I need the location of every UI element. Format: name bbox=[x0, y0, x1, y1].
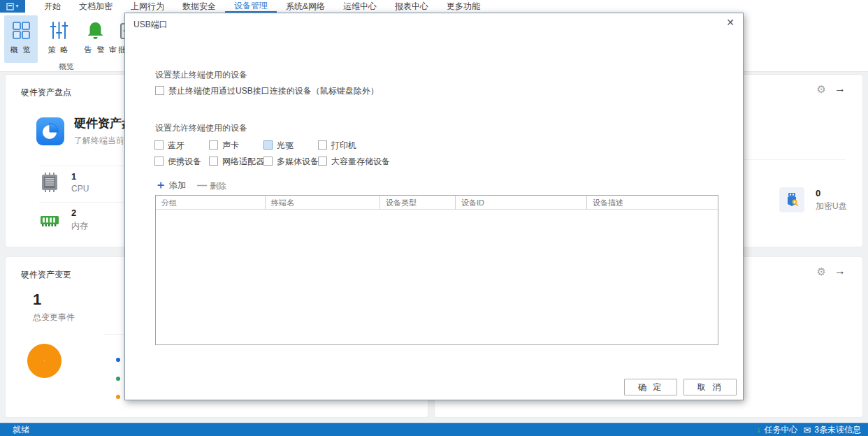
ribbon-button-policy[interactable]: 策 略 bbox=[42, 15, 75, 63]
memory-count: 2 bbox=[71, 208, 88, 218]
column-header-terminal-name: 终端名 bbox=[266, 196, 380, 209]
usb-key-icon bbox=[783, 191, 800, 208]
allow-section-label: 设置允许终端使用的设备 bbox=[155, 122, 247, 134]
chevron-down-icon: ▾ bbox=[15, 3, 18, 9]
ok-button[interactable]: 确 定 bbox=[624, 379, 677, 395]
menu-item-report-center[interactable]: 报表中心 bbox=[386, 0, 437, 13]
stat-row-encrypted-usb: 0 加密U盘 bbox=[779, 187, 847, 212]
menu-item-home[interactable]: 开始 bbox=[35, 0, 70, 13]
forbid-section-label: 设置禁止终端使用的设备 bbox=[155, 69, 247, 81]
menu-item-doc-encryption[interactable]: 文档加密 bbox=[70, 0, 122, 13]
status-ready: 就绪 bbox=[13, 424, 29, 436]
device-table-header: 分组 终端名 设备类型 设备ID 设备描述 bbox=[156, 196, 718, 210]
device-checkbox-network-adapter[interactable]: 网络适配器 bbox=[209, 156, 264, 168]
changes-donut-chart bbox=[27, 344, 62, 378]
memory-label: 内存 bbox=[71, 220, 88, 232]
cancel-button[interactable]: 取 消 bbox=[683, 379, 737, 395]
legend-dot-green bbox=[116, 377, 120, 381]
column-header-device-description: 设备描述 bbox=[587, 196, 718, 209]
envelope-icon: ✉ bbox=[803, 425, 811, 435]
device-checkbox-printer[interactable]: 打印机 bbox=[318, 140, 356, 152]
card-title: 硬件资产盘点 bbox=[21, 87, 71, 99]
encrypted-usb-count: 0 bbox=[816, 188, 847, 198]
download-arrow-icon: ↓ bbox=[756, 425, 760, 435]
device-checkbox-mass-storage[interactable]: 大容量存储设备 bbox=[318, 156, 390, 168]
menu-item-internet-behavior[interactable]: 上网行为 bbox=[122, 0, 173, 13]
stat-row-memory: 2 内存 bbox=[39, 208, 88, 232]
gear-icon[interactable]: ⚙ bbox=[817, 84, 826, 94]
forbid-usb-checkbox[interactable]: 禁止终端使用通过USB接口连接的设备（鼠标键盘除外） bbox=[155, 85, 379, 97]
delete-button[interactable]: —删除 bbox=[197, 180, 226, 192]
minus-icon: — bbox=[197, 180, 207, 191]
statusbar: 就绪 ↓ 任务中心 ✉ 3条未读信息 bbox=[0, 423, 868, 436]
cpu-icon bbox=[39, 172, 60, 193]
stat-row-cpu: 1 CPU bbox=[39, 171, 89, 194]
sliders-icon bbox=[50, 21, 68, 40]
forbid-usb-checkbox-label: 禁止终端使用通过USB接口连接的设备（鼠标键盘除外） bbox=[168, 86, 379, 96]
grid-icon bbox=[12, 21, 31, 40]
ribbon-button-label: 概 览 bbox=[10, 45, 31, 55]
table-actions: ＋添加 —删除 bbox=[155, 178, 226, 193]
card-title: 硬件资产变更 bbox=[21, 269, 71, 281]
legend-dot-blue bbox=[116, 358, 120, 362]
usb-port-dialog: USB端口 ✕ 设置禁止终端使用的设备 禁止终端使用通过USB接口连接的设备（鼠… bbox=[124, 13, 744, 400]
cpu-count: 1 bbox=[71, 171, 89, 182]
plus-icon: ＋ bbox=[155, 179, 166, 191]
pie-chart-app-icon bbox=[36, 117, 64, 145]
app-menu-button[interactable]: ▾ bbox=[0, 0, 25, 13]
column-header-device-id: 设备ID bbox=[456, 196, 587, 209]
device-checkbox-soundcard[interactable]: 声卡 bbox=[209, 140, 239, 152]
menubar: ▾ 开始 文档加密 上网行为 数据安全 设备管理 系统&网络 运维中心 报表中心… bbox=[0, 0, 868, 13]
menu-item-more-features[interactable]: 更多功能 bbox=[437, 0, 489, 13]
encrypted-usb-label: 加密U盘 bbox=[816, 201, 847, 212]
menu-item-ops-center[interactable]: 运维中心 bbox=[334, 0, 386, 13]
bell-icon bbox=[86, 21, 105, 40]
arrow-right-icon[interactable]: → bbox=[834, 266, 846, 277]
ribbon-group-label: 概览 bbox=[0, 61, 133, 72]
device-checkbox-portable[interactable]: 便携设备 bbox=[154, 156, 201, 168]
arrow-right-icon[interactable]: → bbox=[834, 83, 846, 94]
device-checkbox-bluetooth[interactable]: 蓝牙 bbox=[154, 140, 185, 152]
column-header-group: 分组 bbox=[156, 196, 266, 209]
device-checkbox-multimedia[interactable]: 多媒体设备 bbox=[263, 156, 319, 168]
device-table: 分组 终端名 设备类型 设备ID 设备描述 bbox=[155, 195, 718, 345]
menu-item-device-management[interactable]: 设备管理 bbox=[225, 0, 277, 13]
ribbon-button-overview[interactable]: 概 览 bbox=[4, 15, 38, 63]
ribbon-button-alerts[interactable]: 告 警 bbox=[78, 15, 112, 63]
ribbon-button-label: 策 略 bbox=[48, 45, 69, 55]
dialog-title: USB端口 bbox=[133, 19, 168, 31]
menu-item-data-security[interactable]: 数据安全 bbox=[173, 0, 225, 13]
unread-messages-button[interactable]: ✉ 3条未读信息 bbox=[803, 424, 861, 436]
legend-dot-orange bbox=[116, 395, 120, 399]
checkbox[interactable] bbox=[155, 86, 164, 95]
close-icon[interactable]: ✕ bbox=[726, 17, 735, 28]
total-change-events-label: 总变更事件 bbox=[33, 312, 75, 324]
total-change-events-value: 1 bbox=[33, 291, 41, 309]
menu-item-system-network[interactable]: 系统&网络 bbox=[277, 0, 334, 13]
task-center-button[interactable]: ↓ 任务中心 bbox=[756, 424, 797, 436]
app-window: ▾ 开始 文档加密 上网行为 数据安全 设备管理 系统&网络 运维中心 报表中心… bbox=[0, 0, 868, 436]
device-checkbox-optical-drive[interactable]: 光驱 bbox=[263, 140, 294, 152]
memory-icon bbox=[39, 210, 60, 231]
gear-icon[interactable]: ⚙ bbox=[817, 266, 826, 277]
device-table-body[interactable] bbox=[156, 210, 718, 345]
ribbon-button-label: 告 警 bbox=[84, 45, 106, 55]
window-icon bbox=[6, 3, 14, 10]
add-button[interactable]: ＋添加 bbox=[155, 178, 186, 193]
column-header-device-type: 设备类型 bbox=[380, 196, 456, 209]
cpu-label: CPU bbox=[71, 184, 89, 194]
